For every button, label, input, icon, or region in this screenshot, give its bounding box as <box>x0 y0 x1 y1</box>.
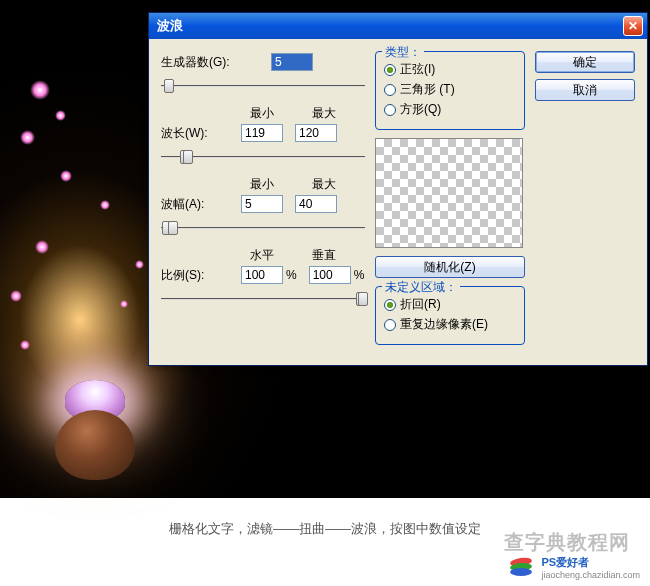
preview-area <box>375 138 523 248</box>
wavelength-slider[interactable] <box>161 148 365 166</box>
sparkle <box>100 200 110 210</box>
undef-groupbox: 未定义区域： 折回(R) 重复边缘像素(E) <box>375 286 525 345</box>
type-group-title: 类型： <box>382 44 424 61</box>
col-vert-label: 垂直 <box>303 247 345 264</box>
scale-v-input[interactable] <box>309 266 351 284</box>
wave-dialog: 波浪 ✕ 生成器数(G): 最小 最大 波长(W): <box>148 12 648 366</box>
left-panel: 生成器数(G): 最小 最大 波长(W): <box>161 51 365 353</box>
scale-label: 比例(S): <box>161 267 241 284</box>
magic-pot <box>50 370 140 480</box>
col-min-label-2: 最小 <box>241 176 283 193</box>
radio-triangle-label: 三角形 (T) <box>400 81 455 98</box>
titlebar[interactable]: 波浪 ✕ <box>149 13 647 39</box>
radio-wrap[interactable]: 折回(R) <box>384 296 516 313</box>
generators-label: 生成器数(G): <box>161 54 241 71</box>
scale-h-input[interactable] <box>241 266 283 284</box>
sparkle <box>10 290 22 302</box>
amplitude-min-input[interactable] <box>241 195 283 213</box>
radio-icon <box>384 299 396 311</box>
radio-icon <box>384 64 396 76</box>
sparkle <box>60 170 72 182</box>
wavelength-label: 波长(W): <box>161 125 241 142</box>
right-panel: 确定 取消 <box>535 51 635 353</box>
generators-slider[interactable] <box>161 77 365 95</box>
sparkle <box>135 260 144 269</box>
sparkle <box>55 110 66 121</box>
ok-label: 确定 <box>573 54 597 71</box>
radio-triangle[interactable]: 三角形 (T) <box>384 81 516 98</box>
sparkle <box>20 130 35 145</box>
sparkle <box>30 80 50 100</box>
pct-label-2: % <box>354 268 365 282</box>
type-groupbox: 类型： 正弦(I) 三角形 (T) 方形(Q) <box>375 51 525 130</box>
randomize-button[interactable]: 随机化(Z) <box>375 256 525 278</box>
amplitude-max-input[interactable] <box>295 195 337 213</box>
radio-sine-label: 正弦(I) <box>400 61 435 78</box>
randomize-label: 随机化(Z) <box>424 259 475 276</box>
col-max-label-2: 最大 <box>303 176 345 193</box>
radio-repeat-label: 重复边缘像素(E) <box>400 316 488 333</box>
undef-group-title: 未定义区域： <box>382 279 460 296</box>
sparkle <box>20 340 30 350</box>
cancel-button[interactable]: 取消 <box>535 79 635 101</box>
pct-label: % <box>286 268 297 282</box>
logo-subtitle: jiaocheng.chazidian.com <box>541 570 640 580</box>
col-min-label: 最小 <box>241 105 283 122</box>
amplitude-label: 波幅(A): <box>161 196 241 213</box>
amplitude-slider[interactable] <box>161 219 365 237</box>
sparkle <box>120 300 128 308</box>
radio-icon <box>384 319 396 331</box>
col-max-label: 最大 <box>303 105 345 122</box>
sparkle <box>35 240 49 254</box>
wavelength-min-input[interactable] <box>241 124 283 142</box>
wavelength-max-input[interactable] <box>295 124 337 142</box>
close-button[interactable]: ✕ <box>623 16 643 36</box>
cancel-label: 取消 <box>573 82 597 99</box>
close-icon: ✕ <box>628 19 638 33</box>
watermark-text: 查字典教程网 <box>504 529 630 556</box>
radio-repeat[interactable]: 重复边缘像素(E) <box>384 316 516 333</box>
radio-square[interactable]: 方形(Q) <box>384 101 516 118</box>
generators-input[interactable] <box>271 53 313 71</box>
middle-panel: 类型： 正弦(I) 三角形 (T) 方形(Q) 随机化(Z) <box>375 51 525 353</box>
radio-sine[interactable]: 正弦(I) <box>384 61 516 78</box>
radio-icon <box>384 104 396 116</box>
ok-button[interactable]: 确定 <box>535 51 635 73</box>
radio-icon <box>384 84 396 96</box>
col-horiz-label: 水平 <box>241 247 283 264</box>
site-logo: PS爱好者 jiaocheng.chazidian.com <box>507 555 640 580</box>
scale-slider[interactable] <box>161 290 365 308</box>
logo-icon <box>507 558 535 578</box>
dialog-title: 波浪 <box>157 17 183 35</box>
logo-title: PS爱好者 <box>541 555 640 570</box>
radio-wrap-label: 折回(R) <box>400 296 441 313</box>
radio-square-label: 方形(Q) <box>400 101 441 118</box>
